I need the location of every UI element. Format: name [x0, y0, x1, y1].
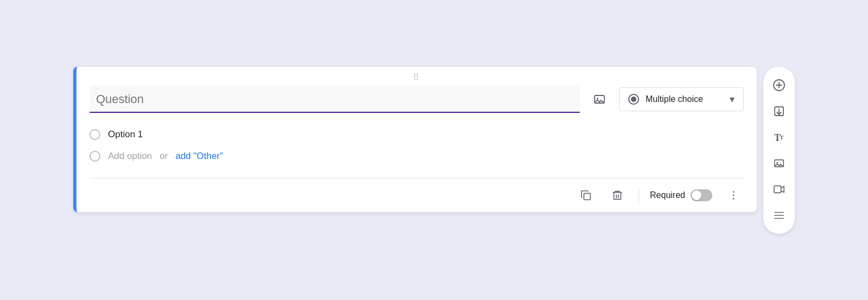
add-video-button[interactable]: [767, 177, 791, 201]
add-title-button[interactable]: T T: [767, 125, 791, 149]
delete-button[interactable]: [607, 185, 628, 206]
question-underline: [90, 112, 580, 113]
copy-icon: [580, 189, 592, 201]
required-toggle[interactable]: [691, 189, 712, 201]
sidebar: T T: [763, 67, 795, 234]
svg-point-7: [733, 194, 735, 196]
svg-text:T: T: [780, 134, 784, 141]
question-input-wrap: [90, 86, 580, 113]
video-icon: [773, 183, 785, 195]
add-circle-icon: [773, 79, 786, 92]
more-options-button[interactable]: [723, 186, 744, 205]
add-question-button[interactable]: [767, 73, 791, 97]
drag-dots-icon: ⠿: [413, 72, 421, 82]
required-label: Required: [650, 190, 685, 200]
options-area: Option 1 Add option or add "Other": [76, 122, 757, 178]
page-wrapper: ⠿ Multiple choice ▾: [0, 56, 868, 245]
required-section: Required: [650, 189, 712, 201]
add-image-button[interactable]: [589, 88, 610, 110]
import-icon: [773, 105, 786, 118]
radio-icon: [628, 94, 639, 105]
svg-point-1: [597, 98, 598, 99]
image-sidebar-icon: [773, 157, 785, 169]
add-section-button[interactable]: [767, 203, 791, 227]
section-divider: [639, 188, 639, 203]
question-card: ⠿ Multiple choice ▾: [73, 67, 757, 212]
card-top-row: Multiple choice ▾: [76, 86, 757, 122]
drag-handle[interactable]: ⠿: [76, 67, 757, 86]
type-dropdown[interactable]: Multiple choice ▾: [619, 87, 744, 111]
svg-rect-2: [584, 193, 590, 200]
question-input[interactable]: [90, 86, 580, 112]
svg-rect-3: [614, 192, 621, 199]
add-other-button[interactable]: add "Other": [175, 151, 223, 162]
dropdown-label: Multiple choice: [646, 94, 723, 104]
text-format-icon: T T: [773, 131, 786, 144]
svg-point-6: [733, 191, 735, 193]
add-option-radio: [90, 151, 100, 162]
add-option-text[interactable]: Add option: [108, 151, 152, 162]
option-1-radio: [90, 129, 100, 140]
toggle-thumb: [692, 190, 701, 200]
dropdown-arrow-icon: ▾: [730, 93, 735, 105]
section-icon: [773, 209, 785, 221]
import-button[interactable]: [767, 99, 791, 123]
svg-rect-18: [774, 186, 781, 193]
or-separator: or: [159, 151, 168, 162]
svg-point-8: [733, 198, 735, 200]
add-option-row: Add option or add "Other": [90, 145, 744, 167]
duplicate-button[interactable]: [576, 185, 596, 206]
option-1-row: Option 1: [90, 124, 744, 145]
radio-icon-inner: [631, 97, 636, 102]
image-icon: [593, 93, 606, 106]
trash-icon: [611, 189, 623, 201]
option-1-text: Option 1: [108, 129, 143, 140]
card-bottom-row: Required: [76, 178, 757, 212]
add-image-sidebar-button[interactable]: [767, 151, 791, 175]
svg-point-17: [776, 162, 778, 163]
more-vertical-icon: [727, 189, 739, 201]
